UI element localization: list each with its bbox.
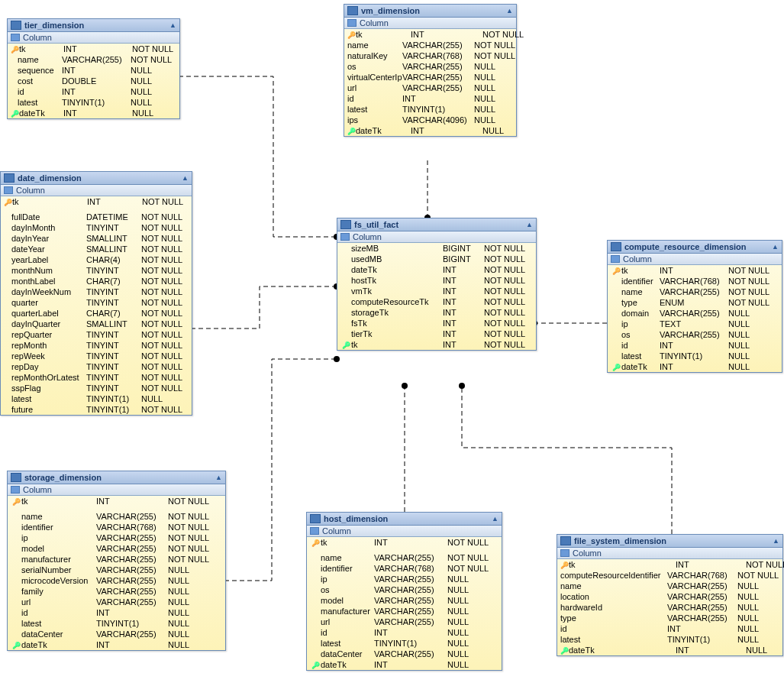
key-spacer	[11, 576, 21, 585]
table-header[interactable]: tier_dimension▲	[8, 19, 179, 32]
table-row: dateTkINTNULL	[8, 108, 179, 118]
column-name: name	[347, 40, 402, 50]
key-spacer	[4, 351, 11, 361]
column-null: NULL	[447, 585, 496, 594]
table-header[interactable]: host_dimension▲	[307, 513, 502, 526]
table-icon	[11, 473, 21, 482]
column-name: type	[560, 613, 667, 623]
column-null: NULL	[728, 309, 774, 318]
column-name: tierTk	[351, 329, 443, 338]
column-type: VARCHAR(255)	[96, 512, 168, 521]
table-storage[interactable]: storage_dimension▲ColumntkINTNOT NULLnam…	[7, 471, 226, 651]
table-row: tkINTNOT NULL	[337, 339, 536, 350]
table-icon	[310, 514, 321, 523]
column-type: VARCHAR(255)	[374, 553, 447, 562]
table-row: virtualCenterIpVARCHAR(255)NULL	[344, 72, 516, 83]
table-title: host_dimension	[324, 514, 388, 523]
column-null: NOT NULL	[141, 212, 189, 222]
collapse-icon[interactable]: ▲	[169, 21, 176, 29]
column-name: future	[11, 405, 86, 414]
column-name: os	[621, 330, 660, 339]
column-name: domain	[621, 309, 660, 318]
key-spacer	[4, 277, 11, 286]
table-fs[interactable]: file_system_dimension▲ColumntkINTNOT NUL…	[557, 534, 783, 656]
collapse-icon[interactable]: ▲	[773, 537, 779, 545]
key-spacer	[11, 533, 21, 542]
column-type: TINYINT	[86, 383, 141, 393]
column-type: INT	[660, 362, 728, 371]
key-spacer	[11, 619, 21, 628]
column-name: latest	[560, 635, 667, 644]
table-row: tkINTNOT NULL	[608, 265, 782, 276]
column-null: NOT NULL	[168, 512, 215, 521]
column-name: dateTk	[321, 660, 374, 669]
table-row: identifierVARCHAR(768)NOT NULL	[8, 522, 225, 532]
column-type: TINYINT(1)	[374, 639, 447, 648]
column-type: VARCHAR(255)	[96, 555, 168, 564]
column-name: name	[321, 553, 374, 562]
key-spacer	[4, 298, 11, 307]
table-row: dataCenterVARCHAR(255)NULL	[307, 649, 502, 659]
column-null: NOT NULL	[484, 244, 533, 253]
table-host[interactable]: host_dimension▲ColumntkINTNOT NULLnameVA…	[306, 512, 502, 671]
table-row: sequenceINTNULL	[8, 65, 179, 76]
collapse-icon[interactable]: ▲	[506, 7, 513, 15]
table-header[interactable]: compute_resource_dimension▲	[608, 241, 782, 254]
column-name: dataCenter	[21, 629, 96, 639]
relation-endpoint-icon	[334, 356, 340, 362]
collapse-icon[interactable]: ▲	[772, 243, 779, 251]
column-section-header: Column	[8, 484, 225, 496]
column-type: VARCHAR(255)	[402, 73, 474, 82]
key-spacer	[310, 585, 321, 594]
column-name: name	[560, 581, 667, 591]
column-name: identifier	[321, 564, 374, 573]
column-name: serialNumber	[21, 565, 96, 574]
column-type: VARCHAR(255)	[660, 287, 728, 296]
table-header[interactable]: storage_dimension▲	[8, 471, 225, 484]
column-type: DATETIME	[86, 212, 141, 222]
table-row: dataCenterVARCHAR(255)NULL	[8, 629, 225, 639]
table-header[interactable]: date_dimension▲	[1, 172, 192, 185]
table-row: nameVARCHAR(255)NOT NULL	[8, 54, 179, 65]
table-row: modelVARCHAR(255)NULL	[307, 595, 502, 606]
table-row: repMonthTINYINTNOT NULL	[1, 340, 192, 351]
column-type: TINYINT	[86, 351, 141, 361]
key-spacer	[11, 608, 21, 617]
column-name: naturalKey	[347, 51, 402, 60]
table-date[interactable]: date_dimension▲ColumntkINTNOT NULLfullDa…	[0, 171, 192, 416]
columns-list: tkINTNOT NULLnameVARCHAR(255)NOT NULLnat…	[344, 29, 516, 136]
column-null: NULL	[728, 330, 774, 339]
column-name: latest	[621, 351, 660, 361]
relation-endpoint-icon	[402, 383, 408, 389]
table-header[interactable]: vm_dimension▲	[344, 5, 516, 18]
key-spacer	[310, 553, 321, 562]
column-name: quarterLabel	[11, 309, 86, 318]
key-spacer	[340, 276, 351, 285]
column-type: VARCHAR(255)	[374, 585, 447, 594]
table-icon	[340, 220, 351, 229]
column-type: TINYINT	[86, 373, 141, 382]
collapse-icon[interactable]: ▲	[526, 221, 533, 228]
table-row: familyVARCHAR(255)NULL	[8, 586, 225, 597]
collapse-icon[interactable]: ▲	[182, 174, 189, 182]
collapse-icon[interactable]: ▲	[492, 515, 498, 523]
table-tier[interactable]: tier_dimension▲ColumntkINTNOT NULLnameVA…	[7, 18, 180, 119]
table-fact[interactable]: fs_util_fact▲ColumnsizeMBBIGINTNOT NULLu…	[337, 218, 537, 351]
column-section-header: Column	[307, 526, 502, 537]
table-vm[interactable]: vm_dimension▲ColumntkINTNOT NULLnameVARC…	[344, 4, 517, 137]
table-row: ipVARCHAR(255)NOT NULL	[8, 532, 225, 543]
table-header[interactable]: file_system_dimension▲	[557, 535, 782, 548]
table-header[interactable]: fs_util_fact▲	[337, 218, 536, 231]
column-name: ip	[321, 574, 374, 584]
table-compute[interactable]: compute_resource_dimension▲ColumntkINTNO…	[607, 240, 782, 373]
foreign-key-icon	[340, 340, 351, 349]
column-icon	[611, 255, 620, 263]
key-spacer	[4, 309, 11, 318]
column-null: NULL	[447, 574, 496, 584]
column-null: NOT NULL	[474, 40, 517, 50]
key-spacer	[611, 287, 621, 296]
collapse-icon[interactable]: ▲	[215, 474, 222, 481]
foreign-key-icon	[560, 646, 569, 655]
column-name: monthNum	[11, 266, 86, 275]
column-null: NOT NULL	[141, 266, 189, 275]
